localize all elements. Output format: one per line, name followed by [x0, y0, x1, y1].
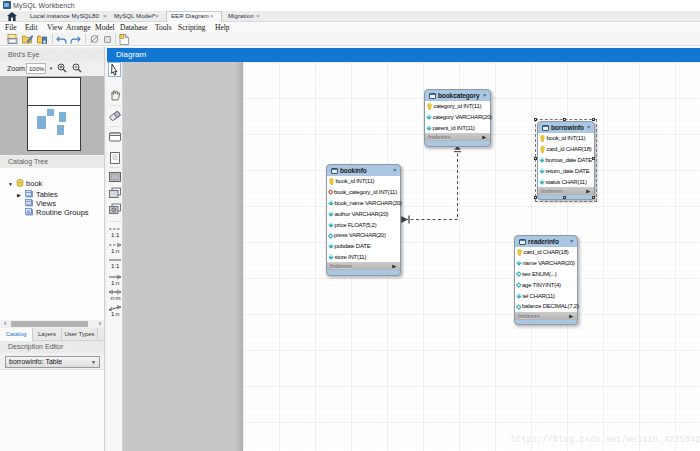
svg-text:1:1: 1:1: [111, 263, 120, 269]
svg-text:n:m: n:m: [111, 295, 121, 301]
svg-text:1:n: 1:n: [111, 280, 119, 286]
svg-text:1:n: 1:n: [111, 248, 119, 254]
svg-text:1:1: 1:1: [111, 232, 120, 238]
svg-text:1:n: 1:n: [111, 311, 119, 317]
